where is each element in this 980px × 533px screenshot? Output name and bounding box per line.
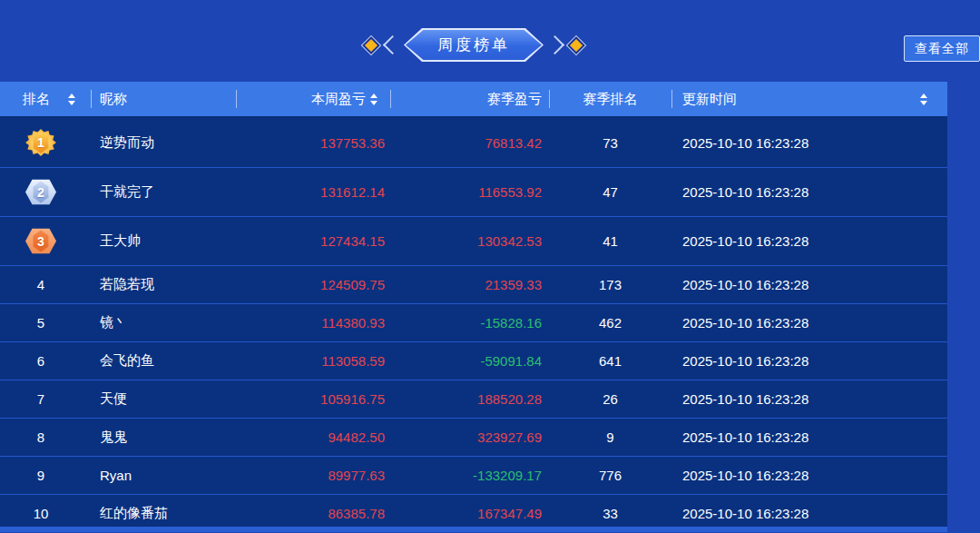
view-all-button[interactable]: 查看全部 xyxy=(904,35,980,62)
table-row[interactable]: 4 若隐若现 124509.75 21359.33 173 2025-10-10… xyxy=(0,265,947,303)
top-bar: 周度榜单 查看全部 xyxy=(0,0,947,82)
season-pnl-value: 188520.28 xyxy=(477,391,542,407)
season-pnl-cell: -133209.17 xyxy=(390,457,549,494)
rank-badge: 5 xyxy=(25,310,56,337)
nickname-cell: 镜丶 xyxy=(91,304,236,341)
header-rank[interactable]: 排名 xyxy=(0,82,91,116)
table-row[interactable]: 7 天便 105916.75 188520.28 26 2025-10-10 1… xyxy=(0,380,947,418)
update-time-value: 2025-10-10 16:23:28 xyxy=(682,429,808,445)
rank-number: 3 xyxy=(37,234,44,249)
season-pnl-cell: -15828.16 xyxy=(390,304,549,341)
update-time-cell: 2025-10-10 16:23:28 xyxy=(671,304,947,341)
update-time-value: 2025-10-10 16:23:28 xyxy=(682,233,808,249)
nickname-text: 王大帅 xyxy=(100,232,141,250)
table-body: 1 逆势而动 137753.36 76813.42 73 2025-10-10 … xyxy=(0,118,947,532)
table-row[interactable]: 3 王大帅 127434.15 130342.53 41 2025-10-10 … xyxy=(0,216,947,265)
rank-number: 6 xyxy=(37,353,44,369)
rank-cell: 7 xyxy=(0,380,91,418)
update-time-value: 2025-10-10 16:23:28 xyxy=(682,353,808,369)
header-update-time-label: 更新时间 xyxy=(682,91,737,108)
update-time-cell: 2025-10-10 16:23:28 xyxy=(671,380,947,418)
season-rank-value: 462 xyxy=(599,315,622,331)
update-time-cell: 2025-10-10 16:23:28 xyxy=(671,419,947,456)
season-rank-value: 73 xyxy=(603,135,618,151)
rank-number: 4 xyxy=(37,277,44,292)
update-time-value: 2025-10-10 16:23:28 xyxy=(682,277,808,292)
rank-number: 7 xyxy=(37,391,44,407)
update-time-cell: 2025-10-10 16:23:28 xyxy=(671,168,947,216)
season-pnl-value: -15828.16 xyxy=(480,315,542,331)
header-season-rank-label: 赛季排名 xyxy=(583,91,638,108)
rank-badge: 8 xyxy=(25,424,56,451)
header-rank-label: 排名 xyxy=(23,91,50,108)
rank-number: 10 xyxy=(34,506,49,521)
season-rank-value: 173 xyxy=(599,277,622,292)
season-pnl-value: 130342.53 xyxy=(477,233,542,249)
season-rank-value: 776 xyxy=(599,468,622,483)
rank-badge: 7 xyxy=(25,386,56,413)
update-time-cell: 2025-10-10 16:23:28 xyxy=(671,342,947,380)
table-row[interactable]: 6 会飞的鱼 113058.59 -59091.84 641 2025-10-1… xyxy=(0,341,947,380)
season-rank-cell: 41 xyxy=(549,217,671,265)
week-pnl-value: 94482.50 xyxy=(328,429,385,445)
season-pnl-value: -59091.84 xyxy=(480,353,542,369)
diamond-icon xyxy=(362,36,380,54)
table-row[interactable]: 2 干就完了 131612.14 116553.92 47 2025-10-10… xyxy=(0,167,947,216)
rank-number: 8 xyxy=(37,429,44,445)
table-row[interactable]: 8 鬼鬼 94482.50 323927.69 9 2025-10-10 16:… xyxy=(0,418,947,456)
season-pnl-value: 323927.69 xyxy=(477,429,542,445)
week-pnl-cell: 113058.59 xyxy=(236,342,390,380)
season-pnl-value: 116553.92 xyxy=(478,184,542,200)
week-pnl-value: 124509.75 xyxy=(320,277,385,292)
nickname-cell: 会飞的鱼 xyxy=(91,342,236,380)
header-update-time[interactable]: 更新时间 xyxy=(671,82,947,116)
rank-number: 1 xyxy=(37,135,44,150)
week-pnl-value: 137753.36 xyxy=(320,135,385,151)
header-week-pnl[interactable]: 本周盈亏 xyxy=(236,82,390,116)
update-time-value: 2025-10-10 16:23:28 xyxy=(682,315,808,331)
nickname-cell: 逆势而动 xyxy=(91,118,236,167)
season-pnl-cell: 130342.53 xyxy=(390,217,549,265)
season-rank-cell: 26 xyxy=(549,380,671,418)
nickname-text: 干就完了 xyxy=(100,183,154,201)
week-pnl-cell: 105916.75 xyxy=(236,380,390,418)
season-pnl-cell: -59091.84 xyxy=(390,342,549,380)
rank-cell: 3 xyxy=(0,217,91,265)
season-pnl-cell: 188520.28 xyxy=(390,380,549,418)
week-pnl-cell: 124509.75 xyxy=(236,266,390,303)
table-header: 排名 昵称 本周盈亏 赛季盈亏 赛季排名 更新时间 xyxy=(0,82,947,118)
table-row[interactable]: 5 镜丶 114380.93 -15828.16 462 2025-10-10 … xyxy=(0,303,947,341)
header-nickname: 昵称 xyxy=(91,82,236,116)
sort-icon[interactable] xyxy=(68,94,75,105)
sort-icon[interactable] xyxy=(370,94,377,105)
week-pnl-cell: 94482.50 xyxy=(236,419,390,456)
rank-number: 9 xyxy=(37,468,44,483)
season-pnl-cell: 323927.69 xyxy=(390,419,549,456)
header-season-pnl-label: 赛季盈亏 xyxy=(487,91,542,108)
season-rank-value: 47 xyxy=(603,184,618,200)
table-row[interactable]: 1 逆势而动 137753.36 76813.42 73 2025-10-10 … xyxy=(0,118,947,167)
season-rank-value: 641 xyxy=(599,353,622,369)
week-pnl-value: 89977.63 xyxy=(328,468,385,483)
nickname-text: 会飞的鱼 xyxy=(100,352,154,370)
table-bottom-bar xyxy=(0,527,947,532)
update-time-cell: 2025-10-10 16:23:28 xyxy=(671,118,947,167)
title-badge: 周度榜单 xyxy=(0,28,947,62)
update-time-cell: 2025-10-10 16:23:28 xyxy=(671,266,947,303)
table-row[interactable]: 9 Ryan 89977.63 -133209.17 776 2025-10-1… xyxy=(0,456,947,494)
rank-cell: 6 xyxy=(0,342,91,380)
rank-cell: 1 xyxy=(0,118,91,167)
rank-number: 2 xyxy=(37,185,44,200)
week-pnl-cell: 127434.15 xyxy=(236,217,390,265)
season-rank-cell: 173 xyxy=(549,266,671,303)
week-pnl-value: 86385.78 xyxy=(328,506,385,521)
rank-number: 5 xyxy=(37,315,44,331)
nickname-text: 若隐若现 xyxy=(100,276,154,293)
week-pnl-cell: 131612.14 xyxy=(236,168,390,216)
update-time-cell: 2025-10-10 16:23:28 xyxy=(671,457,947,494)
rank-cell: 5 xyxy=(0,304,91,341)
nickname-cell: 王大帅 xyxy=(91,217,236,265)
chevron-left-icon xyxy=(383,35,402,54)
sort-icon[interactable] xyxy=(920,94,927,105)
nickname-text: 逆势而动 xyxy=(100,134,154,152)
